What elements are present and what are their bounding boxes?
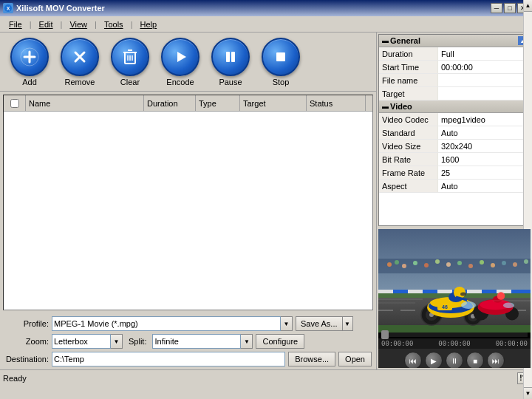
add-button[interactable]: Add [6,38,53,86]
minimize-button[interactable]: ─ [491,3,502,13]
svg-rect-40 [393,290,408,293]
pause-control-button[interactable]: ⏸ [446,352,463,368]
clear-label: Clear [120,78,140,86]
destination-label: Destination: [4,355,49,364]
add-label: Add [22,78,37,86]
general-section-label: General [390,36,420,45]
stop-control-button[interactable]: ■ [466,352,484,368]
remove-icon [61,38,99,76]
general-props: DurationFullStart Time00:00:00File nameT… [379,47,530,100]
split-label: Split: [126,337,149,346]
profile-label: Profile: [4,319,49,328]
menu-tools[interactable]: Tools [98,18,129,30]
status-text: Ready [3,374,27,383]
open-button[interactable]: Open [338,352,372,366]
zoom-label: Zoom: [4,337,49,346]
zoom-input[interactable] [52,334,111,349]
col-header-name: Name [26,95,144,111]
playback-controls: ⏮ ▶ ⏸ ■ ⏭ [378,349,531,368]
split-dropdown-arrow[interactable]: ▼ [241,334,253,349]
title-bar: X Xilisoft MOV Converter ─ □ ✕ [0,0,532,16]
destination-row: Destination: Browse... Open [4,352,372,366]
zoom-dropdown-arrow[interactable]: ▼ [111,334,123,349]
menu-edit[interactable]: Edit [33,18,59,30]
svg-point-19 [387,262,392,267]
prop-row: AspectAuto [379,180,530,193]
svg-rect-39 [378,290,393,293]
pause-label: Pause [219,78,242,86]
save-as-button[interactable]: Save As... [296,316,343,331]
prop-key: Video Codec [379,113,438,126]
profile-input[interactable] [52,316,281,331]
profile-row: Profile: ▼ Save As... ▼ [4,316,372,331]
prop-key: Aspect [379,180,438,192]
general-section-header: ▬ General ▲ [379,35,530,47]
menu-bar: File | Edit | View | Tools | Help [0,16,532,33]
progress-handle[interactable] [381,330,389,339]
prop-row: StandardAuto [379,126,530,140]
prop-row: Video Codecmpeg1video [379,113,530,126]
prop-row: DurationFull [379,47,530,61]
zoom-combo-wrapper: ▼ [52,334,123,349]
svg-point-27 [468,264,473,268]
svg-rect-16 [276,52,285,61]
prop-val: mpeg1video [438,115,530,124]
remove-button[interactable]: Remove [56,38,103,86]
header-checkbox [4,95,26,111]
prop-key: File name [379,74,438,86]
skip-back-button[interactable]: ⏮ [404,352,422,368]
svg-text:X: X [7,6,10,11]
right-panel: ▬ General ▲ DurationFullStart Time00:00:… [377,33,532,369]
prop-val: 25 [438,168,530,177]
destination-input[interactable] [52,352,285,366]
video-props: Video Codecmpeg1videoStandardAutoVideo S… [379,113,530,193]
svg-point-28 [480,260,484,265]
svg-text:46: 46 [442,304,448,310]
prop-key: Video Size [379,140,438,152]
video-section-label: Video [390,102,412,111]
bottom-controls: Profile: ▼ Save As... ▼ Zoom: ▼ Split: [0,313,376,369]
general-collapse-icon[interactable]: ▬ [382,37,389,44]
configure-button[interactable]: Configure [256,334,304,349]
menu-view[interactable]: View [64,18,93,30]
pause-button[interactable]: Pause [207,38,254,86]
add-icon [10,38,49,76]
save-as-arrow[interactable]: ▼ [343,316,353,331]
restore-button[interactable]: □ [504,3,516,13]
split-input[interactable] [152,334,241,349]
profile-dropdown-arrow[interactable]: ▼ [281,316,293,331]
save-as-group: Save As... ▼ [296,316,353,331]
skip-forward-button[interactable]: ⏭ [487,352,505,368]
prop-key: Target [379,87,438,100]
prop-val: Full [438,50,530,58]
prop-row: Frame Rate25 [379,166,530,180]
props-scrollbar[interactable]: ▲ ▼ [523,34,531,226]
svg-point-30 [502,261,506,265]
browse-button[interactable]: Browse... [288,352,335,366]
select-all-checkbox[interactable] [10,99,19,108]
prop-key: Bit Rate [379,153,438,166]
play-button[interactable]: ▶ [425,352,443,368]
properties-panel: ▬ General ▲ DurationFullStart Time00:00:… [378,34,531,226]
clear-button[interactable]: Clear [106,38,154,86]
split-combo-wrapper: ▼ [152,334,253,349]
svg-point-70 [503,303,514,309]
timestamp-end: 00:00:00 [496,340,528,347]
prop-key: Frame Rate [379,166,438,179]
file-list-header: Name Duration Type Target Status [4,95,372,112]
stop-button[interactable]: Stop [257,38,304,86]
stop-label: Stop [273,78,290,86]
svg-rect-46 [482,290,497,293]
svg-rect-41 [408,290,423,293]
video-collapse-icon[interactable]: ▬ [382,103,389,110]
svg-rect-14 [226,52,230,62]
svg-point-26 [457,261,462,265]
menu-help[interactable]: Help [134,18,163,30]
progress-bar[interactable] [381,332,528,337]
svg-point-25 [446,262,451,267]
encode-button[interactable]: Encode [157,38,204,86]
prop-row: Start Time00:00:00 [379,61,530,74]
svg-rect-43 [437,290,452,293]
menu-file[interactable]: File [3,18,28,30]
video-thumbnail: 46 [378,229,531,332]
